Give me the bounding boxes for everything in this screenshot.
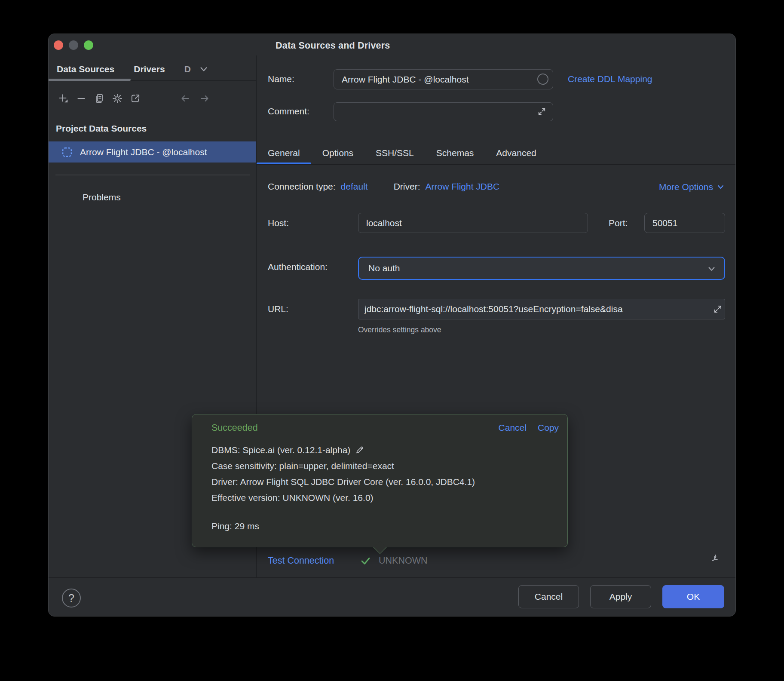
popup-cancel-link[interactable]: Cancel	[499, 423, 527, 433]
active-sidebar-tab-underline	[49, 79, 131, 81]
help-question-icon: ?	[68, 592, 74, 604]
data-source-item-label: Arrow Flight JDBC - @localhost	[80, 147, 207, 157]
help-button[interactable]: ?	[62, 589, 81, 607]
host-input[interactable]	[358, 213, 588, 233]
form-tabbar-divider	[256, 164, 736, 165]
more-options-label: More Options	[659, 182, 713, 192]
window-zoom-button[interactable]	[84, 40, 93, 50]
popup-ping: Ping: 29 ms	[211, 521, 259, 531]
ok-button[interactable]: OK	[662, 585, 724, 608]
edit-pencil-icon[interactable]	[355, 445, 365, 455]
popup-header: Succeeded Cancel Copy	[211, 421, 559, 434]
tab-general[interactable]: General	[257, 141, 311, 165]
popup-dbms-line: DBMS: Spice.ai (ver. 0.12.1-alpha)	[211, 445, 350, 455]
tab-ssh-ssl[interactable]: SSH/SSL	[364, 141, 425, 165]
sidebar-tab-truncated[interactable]: D	[184, 64, 191, 74]
window-title: Data Sources and Drivers	[276, 40, 390, 51]
driver-label: Driver:	[394, 181, 420, 192]
popup-case-line: Case sensitivity: plain=upper, delimited…	[211, 458, 475, 474]
popup-details: DBMS: Spice.ai (ver. 0.12.1-alpha) Case …	[211, 442, 475, 506]
chevron-down-icon	[199, 66, 208, 72]
sidebar-tab-bar: Data Sources Drivers D	[57, 60, 208, 79]
more-options-link[interactable]: More Options	[659, 182, 724, 192]
popup-driver-line: Driver: Arrow Flight SQL JDBC Driver Cor…	[211, 474, 475, 490]
success-check-icon	[360, 555, 371, 567]
authentication-label: Authentication:	[268, 262, 328, 272]
expand-comment-icon[interactable]	[537, 107, 547, 117]
back-icon[interactable]	[180, 93, 191, 104]
tab-options[interactable]: Options	[311, 141, 364, 165]
connection-type-label: Connection type:	[268, 181, 336, 192]
sidebar-divider	[55, 175, 250, 175]
desktop: { "window": { "title": "Data Sources and…	[0, 0, 784, 681]
add-icon[interactable]	[58, 93, 69, 104]
popup-version-line: Effective version: UNKNOWN (ver. 16.0)	[211, 490, 475, 506]
port-input[interactable]	[644, 213, 725, 233]
url-field-wrap	[358, 299, 725, 319]
loading-circle-icon	[537, 74, 548, 85]
create-ddl-mapping-link[interactable]: Create DDL Mapping	[568, 74, 652, 84]
url-hint: Overrides settings above	[358, 325, 441, 334]
duplicate-icon[interactable]	[94, 93, 105, 104]
connection-type-row: Connection type: default Driver: Arrow F…	[268, 180, 499, 193]
form-tab-bar: General Options SSH/SSL Schemas Advanced	[257, 141, 548, 165]
cancel-button[interactable]: Cancel	[518, 585, 579, 608]
footer-divider	[49, 577, 736, 578]
name-input[interactable]	[334, 69, 553, 89]
host-label: Host:	[268, 218, 289, 228]
test-connection-link[interactable]: Test Connection	[268, 555, 334, 566]
port-label: Port:	[609, 218, 628, 228]
name-label: Name:	[268, 74, 294, 84]
status-succeeded: Succeeded	[211, 423, 258, 433]
revert-icon[interactable]	[712, 555, 724, 567]
sidebar-tab-drivers[interactable]: Drivers	[134, 64, 165, 74]
open-in-new-icon[interactable]	[130, 93, 141, 104]
url-label: URL:	[268, 304, 288, 314]
sidebar-item-problems[interactable]: Problems	[83, 192, 121, 202]
apply-button[interactable]: Apply	[590, 585, 651, 608]
tab-overflow-button[interactable]	[199, 66, 208, 72]
sidebar-toolbar	[58, 89, 141, 108]
comment-label: Comment:	[268, 106, 309, 117]
popup-tail	[373, 540, 386, 554]
driver-icon	[62, 147, 72, 157]
driver-value-link[interactable]: Arrow Flight JDBC	[426, 181, 500, 192]
url-input[interactable]	[358, 299, 725, 319]
data-sources-dialog: Data Sources and Drivers Data Sources Dr…	[48, 34, 736, 617]
forward-icon[interactable]	[199, 93, 210, 104]
window-close-button[interactable]	[54, 40, 63, 50]
expand-url-icon[interactable]	[713, 304, 723, 314]
tab-advanced[interactable]: Advanced	[485, 141, 547, 165]
data-source-item-selected[interactable]: Arrow Flight JDBC - @localhost	[49, 141, 256, 163]
test-connection-popup: Succeeded Cancel Copy DBMS: Spice.ai (ve…	[192, 414, 568, 547]
chevron-down-icon	[707, 266, 716, 272]
chevron-down-icon	[717, 184, 724, 190]
comment-input[interactable]	[334, 102, 553, 121]
tab-schemas[interactable]: Schemas	[425, 141, 485, 165]
connection-type-value-link[interactable]: default	[341, 181, 368, 192]
authentication-select[interactable]: No auth	[358, 257, 725, 280]
sidebar-tab-data-sources[interactable]: Data Sources	[57, 64, 114, 74]
connection-status-text: UNKNOWN	[379, 555, 427, 566]
authentication-value: No auth	[368, 263, 400, 273]
sidebar-nav-arrows	[180, 89, 210, 108]
window-minimize-button[interactable]	[69, 40, 78, 50]
remove-icon[interactable]	[76, 93, 87, 104]
popup-copy-link[interactable]: Copy	[538, 423, 559, 433]
gear-icon[interactable]	[112, 93, 123, 104]
project-data-sources-header[interactable]: Project Data Sources	[56, 123, 147, 134]
